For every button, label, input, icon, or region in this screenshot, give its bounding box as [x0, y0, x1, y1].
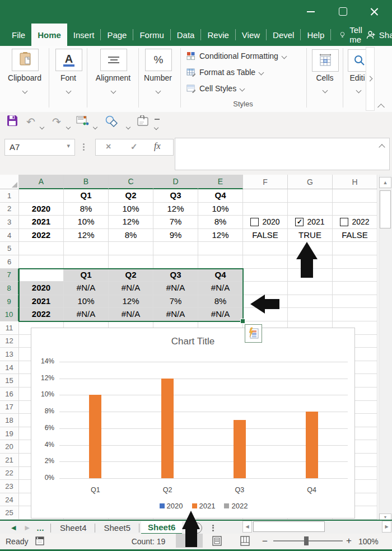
sheet-tab-sheet6[interactable]: Sheet6 — [141, 521, 182, 535]
share-button[interactable]: Share — [366, 24, 392, 46]
email-button[interactable] — [76, 116, 90, 129]
cell-B3[interactable]: 10% — [64, 216, 108, 228]
legend-item-2021[interactable]: 2021 — [192, 502, 216, 510]
cancel-icon[interactable]: × — [106, 142, 111, 152]
cell-D1[interactable]: Q3 — [153, 189, 198, 202]
customize-qat-button[interactable] — [155, 119, 160, 132]
hscroll-thumb[interactable] — [253, 521, 325, 532]
bar-2021-Q3[interactable] — [234, 420, 246, 478]
scroll-up-button[interactable]: ▲ — [379, 177, 391, 188]
row-header-9[interactable]: 9 — [0, 295, 19, 309]
tab-help[interactable]: Help — [301, 24, 330, 46]
minimize-button[interactable] — [305, 7, 318, 17]
cell-A2[interactable]: 2020 — [19, 203, 63, 216]
column-header-b[interactable]: B — [64, 175, 109, 189]
column-header-h[interactable]: H — [333, 175, 377, 189]
cell-B1[interactable]: Q1 — [64, 189, 108, 202]
chevron-down-icon[interactable] — [323, 85, 327, 95]
undo-button[interactable]: ↶ — [26, 115, 35, 128]
undo-dropdown[interactable] — [40, 121, 44, 131]
formula-bar-input[interactable] — [175, 138, 390, 170]
row-header-7[interactable]: 7 — [0, 269, 19, 282]
column-header-e[interactable]: E — [198, 175, 243, 189]
vertical-scrollbar-thumb[interactable] — [380, 190, 391, 228]
row-header-25[interactable]: 25 — [0, 506, 19, 520]
accept-icon[interactable]: ✓ — [130, 142, 138, 152]
column-header-c[interactable]: C — [109, 175, 153, 189]
cell-A4[interactable]: 2022 — [19, 229, 63, 242]
zoom-in-button[interactable]: + — [346, 535, 352, 547]
column-header-d[interactable]: D — [153, 175, 198, 189]
chart-title[interactable]: Chart Title — [31, 336, 354, 347]
column-header-f[interactable]: F — [243, 175, 288, 189]
checkbox-unchecked-icon[interactable] — [250, 218, 259, 226]
page-break-view-button[interactable] — [240, 536, 250, 548]
save-button[interactable] — [7, 115, 18, 129]
row-header-16[interactable]: 16 — [0, 387, 19, 401]
tab-formu[interactable]: Formu — [133, 24, 170, 46]
column-header-a[interactable]: A — [19, 175, 64, 189]
macro-record-button[interactable] — [35, 536, 45, 548]
row-header-23[interactable]: 23 — [0, 480, 19, 493]
row-header-17[interactable]: 17 — [0, 401, 19, 414]
row-header-6[interactable]: 6 — [0, 255, 19, 269]
format-as-table-button[interactable]: Format as Table — [186, 68, 263, 77]
cell-B4[interactable]: 12% — [64, 229, 108, 242]
chart[interactable]: Chart Title 0%2%4%6%8%10%12%14%Q1Q2Q3Q42… — [31, 328, 355, 519]
fill-handle[interactable] — [240, 319, 245, 324]
maximize-button[interactable] — [337, 7, 349, 17]
cell-B2[interactable]: 8% — [64, 203, 108, 216]
formula-bar-splitter[interactable] — [83, 142, 85, 152]
checkbox-2021[interactable]: ✓2021 — [288, 216, 332, 228]
shapes-dropdown[interactable] — [127, 121, 130, 131]
bar-2021-Q2[interactable] — [161, 379, 174, 478]
cell-E2[interactable]: 10% — [198, 203, 242, 216]
tab-data[interactable]: Data — [171, 24, 201, 46]
zoom-slider-handle[interactable] — [304, 536, 309, 545]
redo-button[interactable]: ↷ — [52, 115, 61, 128]
cell-E4[interactable]: 12% — [198, 229, 242, 242]
row-header-5[interactable]: 5 — [0, 242, 19, 255]
chevron-down-icon[interactable] — [111, 85, 115, 95]
cell-F4[interactable]: FALSE — [243, 229, 287, 242]
column-header-g[interactable]: G — [288, 175, 333, 189]
cell-C4[interactable]: 8% — [109, 229, 153, 242]
hscroll-right-button[interactable]: ▶ — [382, 521, 391, 533]
close-button[interactable] — [368, 7, 381, 17]
sheet-tab-sheet5[interactable]: Sheet5 — [97, 522, 137, 534]
tab-home[interactable]: Home — [31, 24, 67, 46]
row-header-2[interactable]: 2 — [0, 203, 19, 216]
cell-D3[interactable]: 7% — [153, 216, 198, 228]
cell-C1[interactable]: Q2 — [109, 189, 153, 202]
row-header-13[interactable]: 13 — [0, 348, 19, 361]
alignment-group-button[interactable] — [100, 49, 127, 71]
zoom-out-button[interactable]: − — [262, 536, 268, 547]
insert-function-icon[interactable]: fx — [154, 141, 161, 151]
cell-A3[interactable]: 2021 — [19, 216, 63, 228]
chevron-down-icon[interactable] — [156, 85, 160, 95]
cells-button[interactable] — [312, 49, 339, 72]
row-header-10[interactable]: 10 — [0, 308, 19, 321]
cell-E3[interactable]: 8% — [198, 216, 242, 228]
tab-file[interactable]: File — [6, 24, 31, 46]
sheet-tab-sheet4[interactable]: Sheet4 — [53, 522, 94, 534]
row-header-11[interactable]: 11 — [0, 321, 19, 335]
row-header-8[interactable]: 8 — [0, 282, 19, 295]
checkbox-2020[interactable]: 2020 — [243, 216, 287, 228]
quick-analysis-button[interactable] — [245, 324, 262, 343]
cell-C3[interactable]: 12% — [109, 216, 153, 228]
tell-me-button[interactable]: Tell me — [340, 24, 366, 46]
collapse-ribbon-button[interactable] — [379, 102, 384, 112]
status-count[interactable]: Count: 19 — [112, 537, 185, 546]
hscroll-left-button[interactable]: ◀ — [242, 521, 252, 533]
cell-H4[interactable]: FALSE — [333, 229, 377, 242]
cell-C2[interactable]: 10% — [109, 203, 153, 216]
chevron-down-icon[interactable] — [23, 85, 27, 95]
row-header-1[interactable]: 1 — [0, 189, 19, 203]
cell-G4[interactable]: TRUE — [288, 229, 332, 242]
tab-insert[interactable]: Insert — [67, 24, 101, 46]
conditional-formatting-button[interactable]: Conditional Formatting — [186, 52, 286, 60]
row-header-24[interactable]: 24 — [0, 493, 19, 507]
ribbon-scroll-strip[interactable] — [366, 47, 375, 111]
legend-item-2020[interactable]: 2020 — [160, 502, 183, 510]
